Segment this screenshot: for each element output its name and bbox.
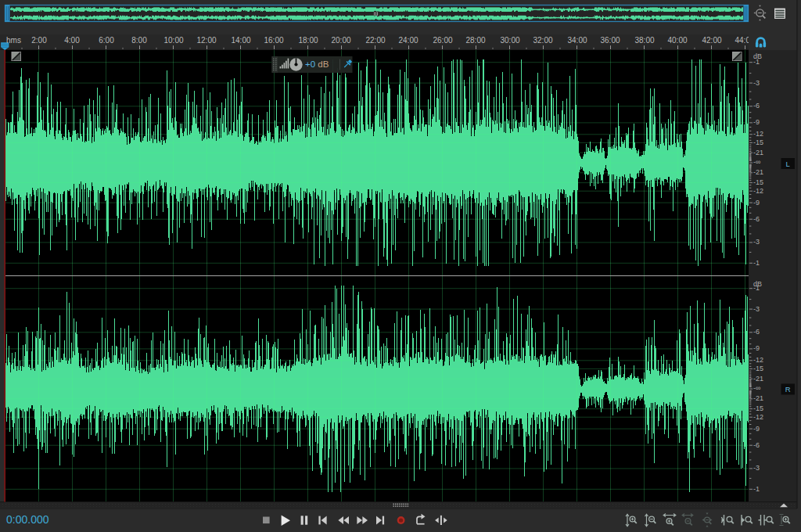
- svg-text:L: L: [786, 160, 790, 168]
- svg-text:R: R: [785, 385, 791, 394]
